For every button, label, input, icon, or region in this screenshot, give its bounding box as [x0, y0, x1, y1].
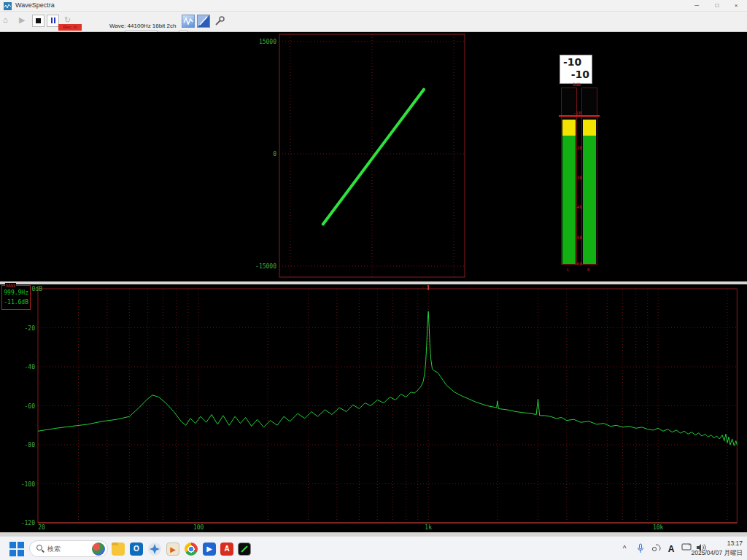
meter-tick-label: -30 — [574, 175, 582, 180]
taskbar-acrobat[interactable]: A — [218, 540, 236, 558]
wave-view-icon — [182, 15, 194, 27]
taskbar-media-player[interactable] — [146, 540, 163, 558]
stop-button[interactable] — [32, 15, 44, 27]
search-icon — [36, 545, 42, 551]
meter-green-segment — [583, 136, 596, 264]
spectrum-display: 0dB-20-40-60-80-100-120201001k10k — [0, 284, 747, 532]
taskbar-file-explorer[interactable] — [109, 540, 127, 558]
outlook-icon: O — [130, 542, 143, 556]
lissajous-ymin-label: -15000 — [255, 263, 276, 270]
max-frequency-value: 999.9Hz — [4, 289, 28, 296]
desktop: WaveSpectra ─ □ × ⌂ ▶ ↻ Rec. In Wave: 44… — [0, 0, 747, 560]
max-level-value: -11.6dB — [4, 299, 28, 306]
settings-wrench-button[interactable] — [214, 15, 225, 27]
clock-date: 2025/04/07 月曜日 — [692, 548, 743, 558]
clock-time: 13:17 — [692, 539, 743, 548]
peak-level-readout: -10 -10 — [560, 55, 592, 84]
open-file-icon[interactable]: ⌂ — [3, 15, 15, 26]
spectrum-y-tick: -60 — [25, 403, 36, 410]
max-readout-box: Max 999.9Hz -11.6dB — [1, 285, 31, 310]
title-bar: WaveSpectra ─ □ × — [0, 0, 747, 12]
minimize-button[interactable]: ─ — [687, 0, 706, 11]
search-box[interactable]: 検索 — [29, 540, 108, 557]
spectrum-x-tick: 100 — [193, 524, 204, 531]
lissajous-display: 15000 0 -15000 — [0, 32, 747, 281]
wave-value: 44100Hz 16bit 2ch — [128, 23, 177, 29]
chrome-icon — [185, 542, 198, 556]
spectrum-y-tick: -100 — [21, 481, 35, 488]
app-icon — [4, 2, 12, 10]
meter-tick-label: -50 — [574, 235, 582, 240]
legacy-player-icon: ▶ — [166, 542, 179, 556]
pinwheel-icon — [148, 542, 161, 556]
pause-button[interactable] — [47, 15, 59, 27]
acrobat-icon: A — [220, 542, 233, 556]
spectrum-x-tick: 20 — [38, 524, 45, 531]
spectrum-panel: 0dB-20-40-60-80-100-120201001k10k Max 99… — [0, 284, 747, 532]
taskbar-outlook[interactable]: O — [128, 540, 145, 558]
lissajous-ymax-label: 15000 — [259, 39, 276, 45]
search-placeholder: 検索 — [47, 545, 61, 554]
spectrum-y-tick: -20 — [25, 325, 36, 332]
spectrum-0db-label: 0dB — [32, 286, 43, 292]
close-button[interactable]: × — [727, 0, 746, 11]
peak-level-right: -10 — [571, 69, 589, 80]
taskbar: 検索 O ▶ ▶ A — [0, 536, 747, 560]
meter-tick-label: -40 — [574, 204, 582, 209]
recording-indicator: Rec. In — [58, 24, 82, 31]
spectrum-x-tick: 10k — [653, 524, 664, 531]
taskbar-clock[interactable]: 13:17 2025/04/07 月曜日 — [692, 539, 743, 558]
spectrum-view-icon — [198, 15, 209, 27]
stop-icon — [36, 18, 41, 23]
play-button[interactable]: ▶ — [19, 15, 25, 25]
window-title: WaveSpectra — [15, 1, 55, 9]
peak-level-left: -10 — [563, 56, 581, 68]
spectrum-y-tick: -80 — [25, 442, 36, 448]
ime-mode-indicator[interactable]: A — [665, 543, 677, 555]
meter-channel-right-label: R — [587, 267, 590, 272]
maximize-button[interactable]: □ — [708, 0, 727, 11]
level-meter-right-bar — [581, 88, 597, 265]
wave-format-info: Wave: 44100Hz 16bit 2ch — [109, 23, 176, 29]
hidden-icons-chevron[interactable]: ^ — [619, 543, 630, 555]
wrench-icon — [214, 15, 225, 27]
wavespectra-icon — [238, 542, 251, 556]
toolbar: ⌂ ▶ ↻ Rec. In Wave: 44100Hz 16bit 2ch FF… — [0, 12, 747, 32]
movies-icon: ▶ — [203, 542, 216, 556]
meter-scale-top-label: 0dB — [573, 82, 581, 87]
meter-yellow-segment — [562, 120, 576, 136]
taskbar-chrome[interactable] — [182, 540, 200, 558]
start-button[interactable] — [9, 541, 24, 556]
bluetooth-device-icon[interactable] — [650, 543, 662, 555]
meter-limit-label: -10 — [573, 110, 581, 115]
pause-icon — [51, 18, 53, 23]
meter-tick-label: -60 — [574, 261, 582, 266]
taskbar-legacy-player[interactable]: ▶ — [164, 540, 182, 558]
spectrum-x-tick: 1k — [425, 524, 432, 531]
meter-tick-label: -20 — [574, 145, 582, 150]
max-title: Max — [5, 283, 16, 288]
taskbar-movies-app[interactable]: ▶ — [201, 540, 218, 558]
cast-display-icon[interactable] — [681, 543, 692, 555]
wave-label: Wave: — [109, 23, 125, 29]
microphone-icon[interactable] — [635, 543, 646, 555]
wave-view-button[interactable] — [182, 15, 195, 28]
spectrum-view-button[interactable] — [197, 15, 210, 28]
meter-yellow-segment — [583, 120, 596, 136]
meter-limit-line — [559, 115, 600, 117]
lissajous-panel: 15000 0 -15000 -10 -10 0dB -10 -20-30-40… — [0, 32, 747, 281]
meter-green-segment — [562, 136, 576, 264]
meter-channel-left-label: L — [567, 267, 570, 272]
taskbar-wavespectra[interactable] — [236, 540, 253, 558]
spectrum-y-tick: -40 — [25, 364, 36, 370]
lissajous-yzero-label: 0 — [273, 151, 276, 158]
search-highlight-icon[interactable] — [92, 542, 105, 556]
spectrum-y-tick: -120 — [21, 520, 35, 526]
